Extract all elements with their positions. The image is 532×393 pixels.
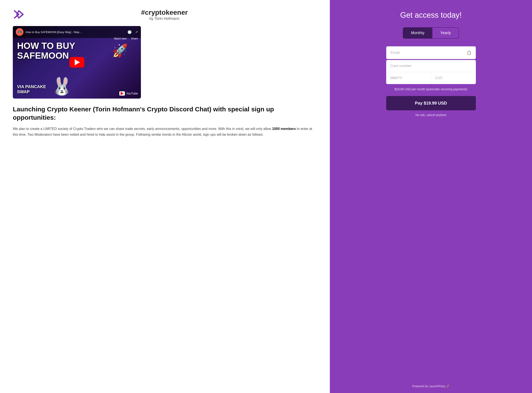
yearly-tab[interactable]: Yearly — [432, 27, 459, 39]
article-body: We plan to create a LIMITED society of C… — [13, 126, 317, 138]
no-risk-text: No risk, cancel anytime — [386, 113, 476, 117]
share-label: Share — [131, 37, 138, 40]
page-title: #cryptokeener — [25, 9, 304, 16]
pancake-bunny-icon: 🐰 — [51, 76, 73, 96]
price-note: $19.99 USD per month (automatic recurrin… — [386, 88, 476, 91]
mm-yy-field[interactable]: MM/YY — [386, 72, 431, 84]
cvc-field[interactable]: CVC — [431, 72, 476, 84]
header-area: #cryptokeener by Torin Hofmann — [13, 9, 317, 21]
access-title: Get access today! — [400, 11, 462, 20]
card-number-placeholder: Card number — [390, 64, 412, 68]
video-icons: 🕐 ↗ — [127, 30, 138, 34]
video-avatar: 🎮 — [16, 28, 24, 36]
left-panel: #cryptokeener by Torin Hofmann 🎮 How to … — [0, 0, 330, 393]
billing-toggle: Monthly Yearly — [403, 27, 459, 39]
mm-yy-placeholder: MM/YY — [390, 76, 403, 80]
article-body-text-1: We plan to create a LIMITED society of C… — [13, 127, 272, 131]
video-thumbnail[interactable]: 🎮 How to Buy SAFEMOON [Easy Way] - Step … — [13, 26, 141, 98]
card-number-field[interactable]: Card number — [386, 60, 476, 72]
rocket-icon: 🚀 — [112, 43, 128, 58]
video-bottom-left: VIA PANCAKESWAP — [17, 84, 46, 94]
cvc-placeholder: CVC — [435, 76, 443, 80]
logo[interactable] — [13, 10, 25, 20]
article-heading: Launching Crypto Keener (Torin Hofmann's… — [13, 105, 317, 122]
video-big-text: HOW TO BUYSAFEMOON — [17, 41, 75, 61]
pay-button[interactable]: Pay $19.99 USD — [386, 96, 476, 110]
yt-icon — [119, 91, 125, 96]
monthly-tab[interactable]: Monthly — [403, 27, 432, 39]
watch-later-label: Watch later — [114, 37, 127, 40]
email-icon: 📋 — [467, 50, 471, 55]
video-title-text: How to Buy SAFEMOON [Easy Way] - Step ..… — [26, 30, 125, 34]
video-watch-share: Watch later Share — [114, 37, 138, 40]
title-area: #cryptokeener by Torin Hofmann — [25, 9, 304, 21]
card-bottom-row: MM/YY CVC — [386, 72, 476, 84]
article-bold-text: 1000 members — [272, 127, 296, 131]
page-subtitle: by Torin Hofmann — [25, 16, 304, 21]
clock-icon: 🕐 — [127, 30, 132, 34]
share-icon: ↗ — [135, 30, 138, 34]
payment-form: Email 📋 Card number MM/YY CVC $19.99 USD… — [386, 46, 476, 117]
email-placeholder: Email — [391, 51, 400, 55]
youtube-text: YouTube — [126, 92, 138, 95]
video-title-bar: 🎮 How to Buy SAFEMOON [Easy Way] - Step … — [13, 26, 141, 38]
play-button[interactable] — [69, 57, 84, 68]
right-panel: Get access today! Monthly Yearly Email 📋… — [330, 0, 532, 393]
card-section: Card number MM/YY CVC — [386, 60, 476, 84]
email-field-wrapper[interactable]: Email 📋 — [386, 46, 476, 59]
powered-by: Powered by LaunchPass 🚀 — [412, 384, 450, 388]
youtube-logo: YouTube — [119, 91, 138, 96]
